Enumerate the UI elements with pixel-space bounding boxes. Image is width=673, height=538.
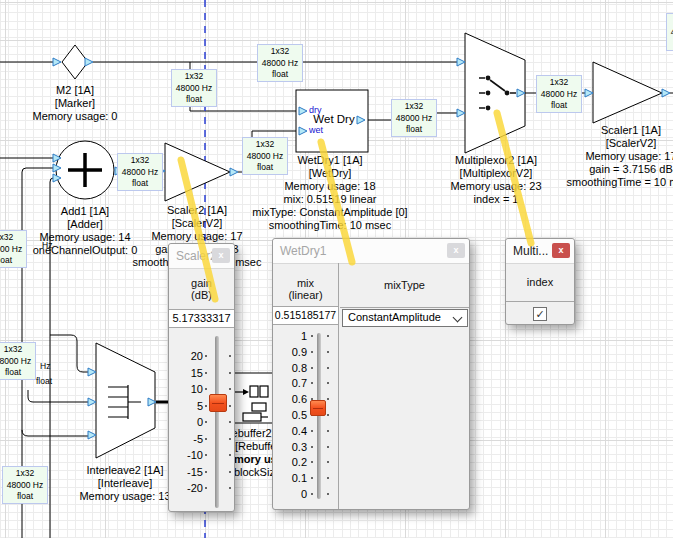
- inspector-panel-multiplexor2[interactable]: Multi... x index ✓: [505, 238, 575, 325]
- panel-title: WetDry1: [280, 244, 326, 258]
- tick-label: 20: [191, 350, 203, 362]
- mixtype-column: mixType ConstantAmplitude: [340, 263, 469, 509]
- input-port[interactable]: [53, 58, 61, 66]
- close-icon[interactable]: x: [212, 248, 230, 263]
- input-port[interactable]: [457, 109, 465, 117]
- panel-titlebar[interactable]: Multi... x: [506, 239, 574, 264]
- block-m2-marker[interactable]: [62, 45, 88, 79]
- wire: [22, 430, 88, 436]
- wire-info-label: 1x3248000 Hzfloat: [391, 99, 437, 137]
- param-header: gain (dB): [169, 269, 234, 309]
- tick-label: -5: [193, 433, 203, 445]
- param-header: mixType: [340, 263, 469, 308]
- tick-label: 10: [191, 383, 203, 395]
- input-port[interactable]: [457, 58, 465, 66]
- caption-m2: M2 [1A] [Marker] Memory usage: 0: [33, 84, 118, 123]
- input-port[interactable]: [88, 368, 96, 376]
- tick-label: -20: [187, 482, 203, 494]
- port-label-wet: wet: [309, 125, 323, 135]
- designer-canvas[interactable]: 1x3248000 Hzfloat 1x3248000 Hzfloat 1x32…: [0, 0, 673, 538]
- panel-title: Multi...: [513, 244, 548, 258]
- label-fragment: Hz: [40, 361, 50, 371]
- inspector-panel-scaler2[interactable]: Scaler2 x gain (dB) 5.17333317 20 15 10 …: [168, 243, 235, 512]
- caption-multiplexor2: Multiplexor2 [1A] [MultiplexorV2] Memory…: [450, 154, 541, 206]
- slider-handle[interactable]: [310, 400, 326, 416]
- caption-add1: Add1 [1A] [Adder] Memory usage: 14 oneCh…: [33, 205, 138, 257]
- output-port[interactable]: [230, 168, 238, 176]
- inspector-panel-wetdry1[interactable]: WetDry1 x mix (linear) 0.515185177 1 0.9…: [272, 238, 470, 510]
- input-port[interactable]: [88, 431, 96, 439]
- caption-interleave2: Interleave2 [1A] [Interleave] Memory usa…: [79, 464, 170, 503]
- tick-label: 15: [191, 367, 203, 379]
- wire-info-label: 1x3248000 Hzfloat: [171, 69, 217, 107]
- wire-info-label: 1x3248000 Hzfloat: [117, 153, 163, 191]
- block-scaler1[interactable]: [593, 62, 662, 123]
- tick-label: 0.9: [292, 346, 307, 358]
- tick-label: 0.8: [292, 362, 307, 374]
- param-header: mix (linear): [273, 263, 338, 307]
- slider-handle[interactable]: [209, 394, 227, 412]
- tick-label: 0.5: [292, 409, 307, 421]
- tick-label: -15: [187, 466, 203, 478]
- panel-titlebar[interactable]: Scaler2 x: [169, 244, 234, 269]
- mix-column: mix (linear) 0.515185177 1 0.9 0.8 0.7 0…: [273, 263, 339, 509]
- close-icon[interactable]: x: [552, 243, 570, 258]
- slider-track[interactable]: [317, 333, 321, 499]
- mix-slider[interactable]: 1 0.9 0.8 0.7 0.6 0.5 0.4 0.3 0.2 0.1 0: [273, 325, 338, 509]
- index-cell: ✓: [506, 307, 574, 321]
- caption-wetdry1: WetDry1 [1A] [WetDry] Memory usage: 18 m…: [252, 154, 407, 232]
- block-add1-adder[interactable]: [56, 141, 114, 199]
- slider-track[interactable]: [215, 336, 219, 508]
- input-port[interactable]: [585, 89, 593, 97]
- wire-info-label: 1x3248000 Hzfloat: [0, 342, 36, 380]
- tick-label: 0.2: [292, 456, 307, 468]
- close-icon[interactable]: x: [447, 243, 465, 258]
- wire-info-label: 1x3248000 Hzfloat: [666, 13, 673, 51]
- tick-label: -10: [187, 449, 203, 461]
- panel-title: Scaler2: [176, 249, 217, 263]
- gain-value[interactable]: 5.17333317: [169, 309, 234, 328]
- output-port[interactable]: [85, 58, 93, 66]
- mix-value[interactable]: 0.515185177: [273, 307, 338, 325]
- tick-label: 0.3: [292, 441, 307, 453]
- tick-label: 0: [197, 416, 203, 428]
- caption-scaler1: Scaler1 [1A] [ScalerV2] Memory usage: 17…: [567, 124, 673, 189]
- input-port[interactable]: [88, 398, 96, 406]
- tick-label: 0.1: [292, 472, 307, 484]
- wire-info-label: 1x3248000 Hzfloat: [2, 466, 48, 504]
- tick-label: 0.4: [292, 425, 307, 437]
- chevron-down-icon: [453, 313, 463, 323]
- panel-titlebar[interactable]: WetDry1 x: [273, 239, 469, 264]
- wetdry-block-label: Wet Dry: [313, 113, 354, 125]
- wire: [50, 335, 88, 372]
- output-port[interactable]: [662, 89, 670, 97]
- block-scaler2[interactable]: [165, 143, 230, 201]
- param-header: index: [506, 264, 574, 302]
- block-multiplexor2[interactable]: [465, 33, 525, 153]
- wire-info-label: 1x3248000 Hzfloat: [536, 75, 582, 113]
- tick-label: 0: [301, 488, 307, 500]
- label-fragment: float: [36, 376, 52, 386]
- gain-slider[interactable]: 20 15 10 5 0 -5 -10 -15 -20: [169, 328, 234, 516]
- wire-info-label: 1x3248000 Hzfloat: [257, 44, 303, 82]
- mixtype-dropdown[interactable]: ConstantAmplitude: [342, 309, 468, 327]
- tick-label: 1: [301, 330, 307, 342]
- tick-label: 0.6: [292, 393, 307, 405]
- mixtype-selected-value: ConstantAmplitude: [348, 311, 441, 323]
- tick-label: 0.7: [292, 377, 307, 389]
- wire-info-label: 1x3248000 Hzfloat: [0, 230, 27, 268]
- index-checkbox[interactable]: ✓: [533, 307, 547, 321]
- tick-label: 5: [197, 400, 203, 412]
- block-interleave2[interactable]: [96, 343, 155, 458]
- wire: [28, 390, 88, 402]
